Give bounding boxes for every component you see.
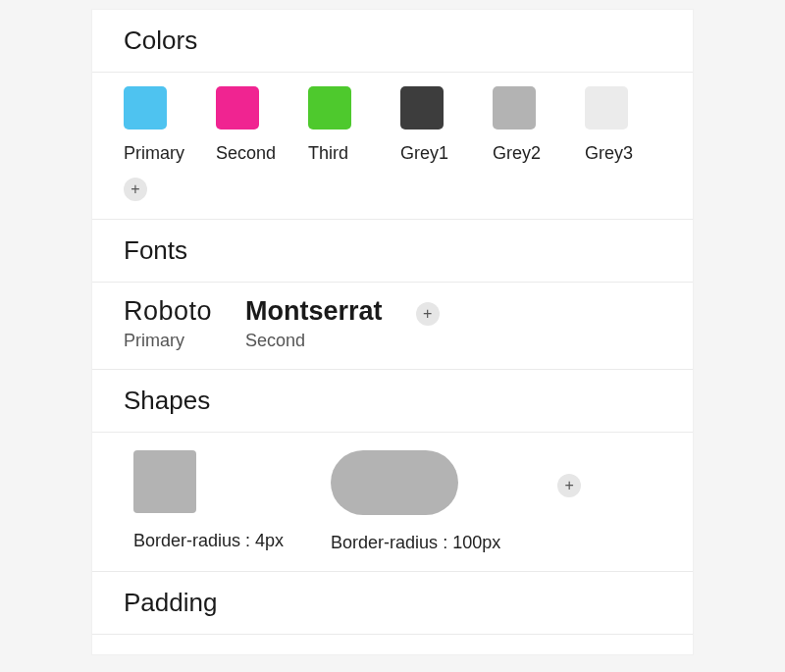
shape-preview-box: [133, 450, 196, 513]
color-item-third[interactable]: Third: [308, 86, 351, 164]
font-label: Primary: [124, 331, 212, 351]
font-item-second[interactable]: Montserrat Second: [245, 296, 383, 351]
shapes-section-body: Border-radius : 4px Border-radius : 100p…: [92, 433, 693, 572]
shapes-section-header: Shapes: [92, 370, 693, 433]
shapes-row: Border-radius : 4px Border-radius : 100p…: [124, 446, 661, 553]
color-label: Primary: [124, 143, 184, 164]
color-item-grey2[interactable]: Grey2: [493, 86, 536, 164]
color-item-second[interactable]: Second: [216, 86, 259, 164]
color-swatch: [216, 86, 259, 129]
colors-section-body: Primary Second Third Grey1 Grey2 Grey3: [92, 73, 693, 220]
plus-icon: +: [423, 305, 432, 323]
shape-preview-pill: [331, 450, 458, 515]
add-shape-button[interactable]: +: [557, 474, 581, 497]
font-item-primary[interactable]: Roboto Primary: [124, 296, 212, 351]
colors-section-header: Colors: [92, 10, 693, 73]
color-swatch: [493, 86, 536, 129]
plus-icon: +: [131, 181, 139, 198]
color-swatch: [400, 86, 444, 129]
color-label: Second: [216, 143, 276, 164]
padding-section-header: Padding: [92, 572, 693, 635]
color-swatch: [124, 86, 167, 129]
font-label: Second: [245, 331, 383, 351]
shape-item-box[interactable]: Border-radius : 4px: [133, 450, 284, 551]
plus-icon: +: [565, 477, 574, 494]
fonts-section-body: Roboto Primary Montserrat Second +: [92, 283, 693, 370]
color-label: Grey2: [493, 143, 541, 164]
padding-section-body: [92, 635, 693, 654]
color-swatch: [308, 86, 351, 129]
colors-row: Primary Second Third Grey1 Grey2 Grey3: [124, 86, 661, 164]
color-label: Grey3: [585, 143, 633, 164]
color-swatch: [585, 86, 628, 129]
color-item-grey1[interactable]: Grey1: [400, 86, 444, 164]
color-label: Grey1: [400, 143, 448, 164]
color-item-primary[interactable]: Primary: [124, 86, 167, 164]
fonts-row: Roboto Primary Montserrat Second +: [124, 296, 661, 351]
font-name: Roboto: [124, 296, 212, 327]
design-system-panel: Colors Primary Second Third Grey1 Grey2: [92, 10, 693, 654]
add-color-button[interactable]: +: [124, 178, 147, 201]
shape-item-pill[interactable]: Border-radius : 100px: [331, 450, 500, 553]
shape-label: Border-radius : 4px: [133, 531, 284, 551]
color-item-grey3[interactable]: Grey3: [585, 86, 628, 164]
font-name: Montserrat: [245, 296, 383, 327]
shape-label: Border-radius : 100px: [331, 533, 500, 553]
color-label: Third: [308, 143, 348, 164]
add-font-button[interactable]: +: [416, 302, 440, 326]
fonts-section-header: Fonts: [92, 220, 693, 283]
